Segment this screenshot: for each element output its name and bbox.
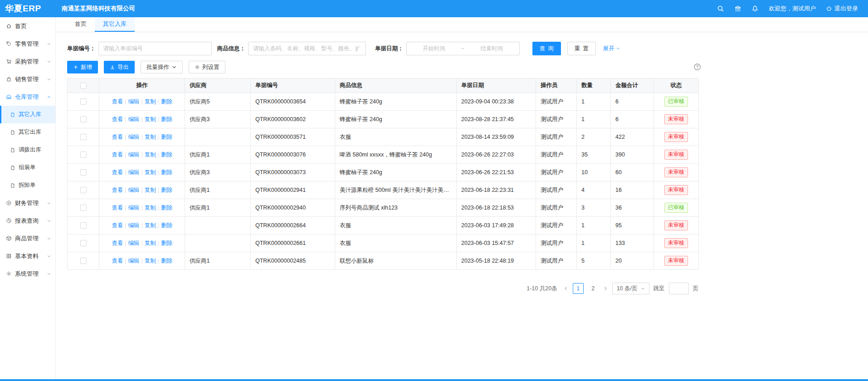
row-action-view[interactable]: 查看 [112, 187, 123, 193]
product-cell: 美汁源果粒橙 500ml 美汁美汁美汁美汁美汁美... [335, 181, 457, 199]
sidebar-item-11[interactable]: 报表查询 [0, 212, 55, 230]
export-button[interactable]: 导出 [104, 61, 135, 73]
row-checkbox[interactable] [80, 134, 87, 140]
row-action-delete[interactable]: 删除 [161, 205, 172, 211]
notification-bell-icon[interactable] [751, 5, 759, 12]
sidebar-item-12[interactable]: 商品管理 [0, 230, 55, 247]
search-button[interactable]: 查询 [532, 42, 561, 55]
amount-cell: 95 [611, 217, 654, 234]
row-action-copy[interactable]: 复制 [145, 205, 156, 211]
sidebar-item-4[interactable]: 仓库管理 [0, 88, 55, 106]
row-action-edit[interactable]: 编辑 [128, 116, 139, 122]
row-action-edit[interactable]: 编辑 [128, 151, 139, 158]
row-action-edit[interactable]: 编辑 [128, 258, 139, 264]
row-action-copy[interactable]: 复制 [145, 222, 156, 229]
date-cell: 2023-08-28 21:37:45 [457, 111, 536, 128]
select-all-checkbox[interactable] [80, 83, 87, 89]
row-action-delete[interactable]: 删除 [161, 258, 172, 264]
row-action-view[interactable]: 查看 [112, 169, 123, 176]
tab-home[interactable]: 首页 [67, 17, 95, 32]
row-checkbox[interactable] [80, 240, 87, 246]
row-action-delete[interactable]: 删除 [161, 187, 172, 193]
sidebar-item-2[interactable]: 采购管理 [0, 53, 55, 70]
row-action-view[interactable]: 查看 [112, 151, 123, 158]
row-action-view[interactable]: 查看 [112, 134, 123, 140]
row-action-view[interactable]: 查看 [112, 258, 123, 264]
row-action-edit[interactable]: 编辑 [128, 134, 139, 140]
row-action-edit[interactable]: 编辑 [128, 98, 139, 105]
row-action-delete[interactable]: 删除 [161, 169, 172, 176]
sidebar-item-7[interactable]: 调拨出库 [0, 141, 55, 159]
app-logo[interactable]: 华夏ERP [0, 3, 56, 15]
column-settings-button[interactable]: 列设置 [189, 61, 225, 73]
expand-label: 展开 [603, 45, 614, 53]
row-action-edit[interactable]: 编辑 [128, 222, 139, 229]
action-separator: | [125, 187, 126, 193]
row-action-view[interactable]: 查看 [112, 116, 123, 122]
row-action-copy[interactable]: 复制 [145, 151, 156, 158]
row-action-copy[interactable]: 复制 [145, 187, 156, 193]
sidebar-item-10[interactable]: 财务管理 [0, 194, 55, 212]
batch-operations-dropdown[interactable]: 批量操作 [141, 61, 183, 73]
platform-icon[interactable] [734, 5, 741, 12]
sidebar-item-6[interactable]: 其它出库 [0, 123, 55, 141]
page-button-2[interactable]: 2 [588, 283, 599, 294]
download-icon [110, 64, 115, 70]
row-action-copy[interactable]: 复制 [145, 169, 156, 176]
row-checkbox[interactable] [80, 116, 87, 122]
prev-page-button[interactable] [563, 286, 569, 291]
row-checkbox[interactable] [80, 258, 87, 264]
row-action-copy[interactable]: 复制 [145, 98, 156, 105]
row-checkbox[interactable] [80, 187, 87, 193]
supplier-cell [185, 234, 251, 252]
page-button-1[interactable]: 1 [573, 283, 584, 294]
row-action-delete[interactable]: 删除 [161, 222, 172, 229]
chevron-down-icon [641, 287, 645, 291]
row-action-delete[interactable]: 删除 [161, 240, 172, 246]
product-info-input[interactable] [248, 42, 366, 55]
row-action-delete[interactable]: 删除 [161, 116, 172, 122]
sidebar-item-8[interactable]: 组装单 [0, 159, 55, 176]
sidebar-item-0[interactable]: 首页 [0, 17, 55, 35]
jump-to-input[interactable] [669, 283, 689, 294]
sidebar-item-13[interactable]: 基本资料 [0, 247, 55, 265]
row-action-view[interactable]: 查看 [112, 222, 123, 229]
row-action-edit[interactable]: 编辑 [128, 205, 139, 211]
date-cell: 2023-06-18 22:23:31 [457, 181, 536, 199]
row-checkbox[interactable] [80, 205, 87, 211]
row-action-edit[interactable]: 编辑 [128, 187, 139, 193]
reset-button[interactable]: 重置 [567, 42, 596, 55]
search-icon[interactable] [717, 5, 724, 12]
row-action-copy[interactable]: 复制 [145, 116, 156, 122]
doc-no-input[interactable] [98, 42, 212, 55]
row-action-view[interactable]: 查看 [112, 98, 123, 105]
expand-filters-link[interactable]: 展开 [603, 45, 620, 53]
row-checkbox[interactable] [80, 169, 87, 176]
row-action-edit[interactable]: 编辑 [128, 169, 139, 176]
row-action-delete[interactable]: 删除 [161, 151, 172, 158]
row-action-copy[interactable]: 复制 [145, 134, 156, 140]
sidebar-item-14[interactable]: 系统管理 [0, 265, 55, 283]
row-checkbox[interactable] [80, 222, 87, 229]
sidebar-item-5[interactable]: 其它入库 [0, 106, 55, 123]
row-action-delete[interactable]: 删除 [161, 98, 172, 105]
chevron-down-icon [47, 42, 51, 46]
logout-button[interactable]: 退出登录 [826, 5, 858, 13]
row-action-copy[interactable]: 复制 [145, 258, 156, 264]
row-checkbox[interactable] [80, 98, 87, 105]
row-action-edit[interactable]: 编辑 [128, 240, 139, 246]
date-range-picker[interactable]: 开始时间 ~ 结束时间 [406, 42, 520, 55]
next-page-button[interactable] [603, 286, 608, 291]
row-action-delete[interactable]: 删除 [161, 134, 172, 140]
row-action-view[interactable]: 查看 [112, 240, 123, 246]
row-action-copy[interactable]: 复制 [145, 240, 156, 246]
row-action-view[interactable]: 查看 [112, 205, 123, 211]
sidebar-item-9[interactable]: 拆卸单 [0, 176, 55, 194]
tab-other-inbound[interactable]: 其它入库 [95, 17, 135, 32]
sidebar-item-3[interactable]: 销售管理 [0, 70, 55, 88]
sidebar-item-1[interactable]: 零售管理 [0, 35, 55, 53]
page-size-select[interactable]: 10 条/页 [612, 283, 649, 294]
add-button[interactable]: 新增 [67, 61, 98, 73]
help-icon[interactable] [693, 63, 701, 71]
row-checkbox[interactable] [80, 151, 87, 158]
